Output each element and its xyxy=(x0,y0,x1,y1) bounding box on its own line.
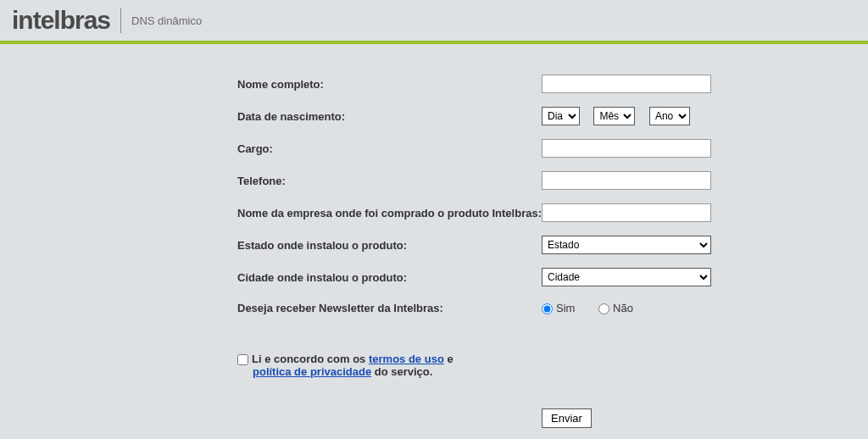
link-politica-privacidade[interactable]: política de privacidade xyxy=(253,365,371,378)
row-data-nascimento: Data de nascimento: Dia Mês Ano xyxy=(237,103,711,129)
input-cargo[interactable] xyxy=(542,139,711,158)
row-cidade: Cidade onde instalou o produto: Cidade xyxy=(237,264,711,290)
select-ano[interactable]: Ano xyxy=(649,107,690,125)
label-data-nascimento: Data de nascimento: xyxy=(237,103,542,129)
input-empresa[interactable] xyxy=(542,203,711,222)
form-area: Nome completo: Data de nascimento: Dia M… xyxy=(0,44,868,438)
checkbox-agree[interactable] xyxy=(237,354,248,365)
radio-nao[interactable] xyxy=(598,303,609,314)
select-estado[interactable]: Estado xyxy=(542,236,711,254)
select-dia[interactable]: Dia xyxy=(542,107,580,125)
row-nome: Nome completo: xyxy=(237,71,711,97)
select-mes[interactable]: Mês xyxy=(593,107,635,125)
agree-suffix: do serviço. xyxy=(371,365,432,378)
header-subtitle: DNS dinâmico xyxy=(131,14,202,27)
label-cidade: Cidade onde instalou o produto: xyxy=(237,264,542,290)
radio-label-sim[interactable]: Sim xyxy=(542,302,575,314)
radio-group-newsletter: Sim Não xyxy=(542,302,654,314)
link-termos-de-uso[interactable]: termos de uso xyxy=(369,353,444,365)
select-cidade[interactable]: Cidade xyxy=(542,268,711,286)
row-cargo: Cargo: xyxy=(237,136,711,161)
radio-text-nao: Não xyxy=(613,302,633,314)
agree-cell: Li e concordo com os termos de uso e pol… xyxy=(237,325,711,381)
submit-button[interactable]: Enviar xyxy=(542,408,592,428)
agree-middle: e xyxy=(444,353,453,365)
label-newsletter: Deseja receber Newsletter da Intelbras: xyxy=(237,297,542,319)
row-telefone: Telefone: xyxy=(237,168,711,193)
row-agree: Li e concordo com os termos de uso e pol… xyxy=(237,325,711,381)
radio-sim[interactable] xyxy=(542,303,553,314)
row-newsletter: Deseja receber Newsletter da Intelbras: … xyxy=(237,297,711,319)
logo: intelbras xyxy=(12,6,110,35)
input-telefone[interactable] xyxy=(542,171,711,190)
radio-text-sim: Sim xyxy=(556,302,575,314)
radio-label-nao[interactable]: Não xyxy=(598,302,633,314)
row-empresa: Nome da empresa onde foi comprado o prod… xyxy=(237,200,711,225)
label-telefone: Telefone: xyxy=(237,168,542,193)
input-nome-completo[interactable] xyxy=(542,75,711,93)
label-cargo: Cargo: xyxy=(237,136,542,161)
agree-prefix: Li e concordo com os xyxy=(252,353,369,365)
label-nome: Nome completo: xyxy=(237,71,542,97)
label-estado: Estado onde instalou o produto: xyxy=(237,232,542,258)
row-submit: Enviar xyxy=(237,388,711,431)
form-table: Nome completo: Data de nascimento: Dia M… xyxy=(237,64,711,438)
row-estado: Estado onde instalou o produto: Estado xyxy=(237,232,711,258)
label-empresa: Nome da empresa onde foi comprado o prod… xyxy=(237,200,542,225)
divider xyxy=(120,8,121,33)
header: intelbras DNS dinâmico xyxy=(0,0,868,44)
